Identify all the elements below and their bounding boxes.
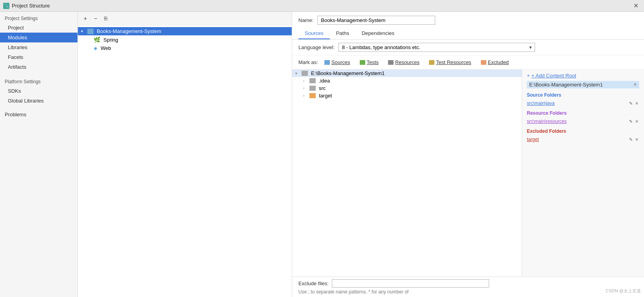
folder-icon-root <box>87 29 94 34</box>
file-tree-target[interactable]: › target <box>292 92 522 99</box>
source-folder-remove-0[interactable]: ✕ <box>634 101 639 106</box>
add-content-root-label: + Add Content Root <box>532 73 576 79</box>
tab-paths[interactable]: Paths <box>330 28 355 39</box>
sidebar-item-artifacts[interactable]: Artifacts <box>0 62 77 72</box>
watermark: CSDN @太上玄道 <box>606 288 641 294</box>
platform-settings-label: Platform Settings <box>0 75 77 86</box>
mark-as-row: Mark as: Sources Tests Resources Test Re… <box>292 55 644 70</box>
main-container: Project Settings Project Modules Librari… <box>0 12 644 297</box>
content-root-remove-button[interactable]: ✕ <box>633 82 637 87</box>
tab-dependencies[interactable]: Dependencies <box>355 28 401 39</box>
web-icon: ◈ <box>94 45 98 51</box>
exclude-files-input[interactable] <box>332 279 489 288</box>
right-top: Name: Sources Paths Dependencies <box>292 12 644 40</box>
app-icon: 🔧 <box>3 3 9 9</box>
sidebar-item-modules[interactable]: Modules <box>0 33 77 42</box>
file-tree-idea-label: .idea <box>319 78 330 84</box>
remove-module-button[interactable]: − <box>91 14 100 23</box>
mark-as-label: Mark as: <box>298 59 318 65</box>
close-button[interactable]: ✕ <box>631 2 641 10</box>
file-tree-target-label: target <box>319 93 332 99</box>
sidebar-item-global-libraries[interactable]: Global Libraries <box>0 96 77 106</box>
module-tree: ▾ Books-Management-System 🌿 Spring ◈ Web <box>78 26 292 297</box>
sidebar-item-problems[interactable]: Problems <box>0 110 77 119</box>
source-folder-path-0[interactable]: src\main\java <box>527 101 555 106</box>
file-tree-idea[interactable]: › .idea <box>292 77 522 84</box>
name-input[interactable] <box>317 16 435 25</box>
sidebar-item-libraries[interactable]: Libraries <box>0 42 77 52</box>
resource-folder-remove-0[interactable]: ✕ <box>634 119 639 124</box>
lang-level-select[interactable]: 8 - Lambdas, type annotations etc. 11 - … <box>339 43 535 52</box>
source-folder-edit-0[interactable]: ✎ <box>628 101 633 106</box>
tabs-row: Sources Paths Dependencies <box>298 28 638 39</box>
excluded-folders-title: Excluded Folders <box>527 128 639 134</box>
mark-sources-button[interactable]: Sources <box>321 59 353 66</box>
source-folder-row-0: src\main\java ✎ ✕ <box>527 100 639 106</box>
tree-item-label-spring: Spring <box>103 37 118 43</box>
mark-tests-icon <box>360 60 365 65</box>
excluded-folder-remove-0[interactable]: ✕ <box>634 137 639 142</box>
copy-module-button[interactable]: ⎘ <box>101 14 110 23</box>
fi-folder-target <box>309 93 316 98</box>
title-bar-title: Project Structure <box>12 3 50 9</box>
expand-icon-root: ▾ <box>81 29 86 33</box>
mark-sources-icon <box>324 60 330 65</box>
chevron-target: › <box>303 94 308 98</box>
tab-sources[interactable]: Sources <box>298 28 330 39</box>
excluded-folder-row-0: target ✎ ✕ <box>527 136 639 143</box>
chevron-src: › <box>303 86 308 90</box>
file-tree-src-label: src <box>319 85 326 91</box>
content-root-path-text: E:\Books-Management-System1 <box>529 82 603 88</box>
right-content: Language level: 8 - Lambdas, type annota… <box>292 40 644 297</box>
lang-level-row: Language level: 8 - Lambdas, type annota… <box>292 40 644 55</box>
mark-tests-button[interactable]: Tests <box>357 59 382 66</box>
middle-toolbar: + − ⎘ <box>78 12 292 26</box>
file-tree-root[interactable]: ▾ E:\Books-Management-System1 <box>292 70 522 77</box>
tree-item-label-web: Web <box>101 45 111 51</box>
split-area: ▾ E:\Books-Management-System1 › .idea › <box>292 70 644 277</box>
title-bar: 🔧 Project Structure ✕ <box>0 0 644 12</box>
tree-item-spring[interactable]: 🌿 Spring <box>78 35 292 44</box>
mark-sources-label: Sources <box>331 59 350 65</box>
name-label: Name: <box>298 17 313 23</box>
name-row: Name: <box>298 16 638 25</box>
mark-excluded-icon <box>481 60 486 65</box>
add-content-root-button[interactable]: + + Add Content Root <box>527 73 639 79</box>
exclude-files-label: Exclude files: <box>298 280 329 286</box>
mark-excluded-button[interactable]: Excluded <box>478 59 512 66</box>
fi-folder-idea <box>309 78 316 83</box>
bottom-bar: Exclude files: Use ; to separate name pa… <box>292 277 644 297</box>
sidebar-item-project[interactable]: Project <box>0 23 77 33</box>
plus-icon: + <box>527 73 530 79</box>
chevron-root: ▾ <box>295 71 300 75</box>
fi-folder-root <box>302 71 308 76</box>
sidebar-item-sdks[interactable]: SDKs <box>0 86 77 96</box>
middle-panel: + − ⎘ ▾ Books-Management-System 🌿 Spring… <box>78 12 292 297</box>
mark-tests-label: Tests <box>367 59 379 65</box>
excluded-folder-edit-0[interactable]: ✎ <box>628 137 633 142</box>
resource-folder-edit-0[interactable]: ✎ <box>628 119 633 124</box>
mark-excluded-label: Excluded <box>488 59 509 65</box>
resource-folder-path-0[interactable]: src\main\resources <box>527 119 567 124</box>
mark-test-resources-button[interactable]: Test Resources <box>426 59 475 66</box>
mark-resources-button[interactable]: Resources <box>385 59 423 66</box>
fi-folder-src <box>309 86 316 91</box>
mark-test-res-label: Test Resources <box>436 59 471 65</box>
sidebar: Project Settings Project Modules Librari… <box>0 12 78 297</box>
content-root-path: E:\Books-Management-System1 ✕ <box>527 81 639 88</box>
excluded-folder-path-0[interactable]: target <box>527 137 539 142</box>
add-module-button[interactable]: + <box>81 14 90 23</box>
file-tree-panel: ▾ E:\Books-Management-System1 › .idea › <box>292 70 522 277</box>
right-panel: Name: Sources Paths Dependencies Languag… <box>292 12 644 297</box>
lang-level-wrapper: 8 - Lambdas, type annotations etc. 11 - … <box>339 43 535 52</box>
chevron-idea: › <box>303 79 308 83</box>
mark-test-res-icon <box>429 60 434 65</box>
info-panel: + + Add Content Root E:\Books-Management… <box>522 70 644 277</box>
title-bar-left: 🔧 Project Structure <box>3 3 50 9</box>
spring-icon: 🌿 <box>94 37 100 43</box>
file-tree-src[interactable]: › src <box>292 84 522 92</box>
tree-item-root[interactable]: ▾ Books-Management-System <box>78 27 292 35</box>
mark-resources-icon <box>388 60 394 65</box>
tree-item-web[interactable]: ◈ Web <box>78 44 292 52</box>
sidebar-item-facets[interactable]: Facets <box>0 52 77 62</box>
